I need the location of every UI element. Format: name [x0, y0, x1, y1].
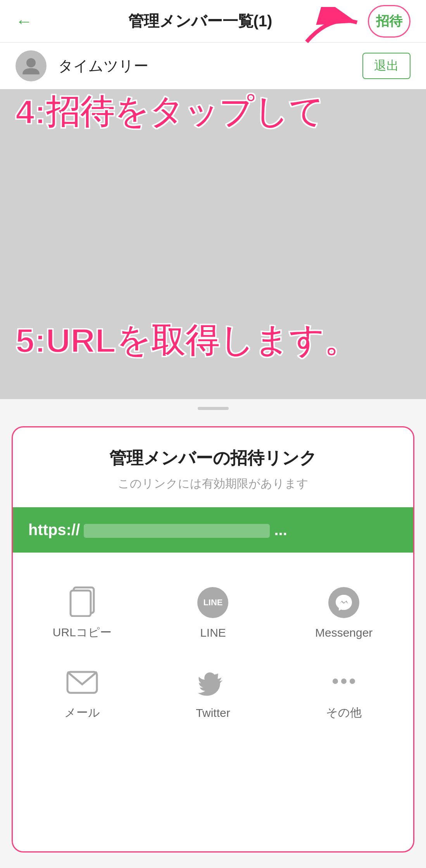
url-bar[interactable]: https:// ...: [13, 507, 413, 553]
line-label: LINE: [200, 626, 226, 639]
card-header: 管理メンバーの招待リンク このリンクには有効期限があります: [13, 427, 413, 496]
url-blurred: [84, 524, 270, 538]
member-name: タイムツリー: [58, 56, 351, 76]
twitter-label: Twitter: [196, 706, 230, 720]
share-item-line[interactable]: LINE LINE: [148, 572, 279, 652]
svg-point-1: [26, 58, 36, 67]
mail-icon: [65, 664, 100, 699]
member-row: タイムツリー 退出: [0, 43, 426, 89]
more-icon: [326, 664, 361, 699]
drag-handle: [198, 407, 229, 410]
leave-button[interactable]: 退出: [362, 53, 410, 79]
share-item-messenger[interactable]: Messenger: [278, 572, 409, 652]
avatar: [16, 50, 47, 81]
step4-annotation: 4:招待をタップして: [16, 89, 323, 135]
dot1: [333, 679, 338, 684]
dot2: [341, 679, 347, 684]
copy-icon: [65, 584, 100, 618]
share-item-url-copy[interactable]: URLコピー: [17, 572, 148, 652]
messenger-label: Messenger: [315, 626, 373, 639]
other-label: その他: [326, 705, 362, 721]
arrow-annotation: [299, 7, 369, 50]
back-button[interactable]: ←: [16, 12, 33, 31]
messenger-icon: [326, 585, 361, 620]
share-item-other[interactable]: その他: [278, 652, 409, 732]
url-text: https:// ...: [28, 521, 398, 539]
page-title: 管理メンバー一覧(1): [128, 10, 273, 32]
card-title: 管理メンバーの招待リンク: [28, 447, 398, 470]
card-subtitle: このリンクには有効期限があります: [28, 476, 398, 492]
share-item-mail[interactable]: メール: [17, 652, 148, 732]
url-copy-label: URLコピー: [53, 625, 112, 641]
share-item-twitter[interactable]: Twitter: [148, 652, 279, 732]
invite-card: 管理メンバーの招待リンク このリンクには有効期限があります https:// .…: [12, 426, 414, 852]
step5-annotation: 5:URLを取得します。: [16, 318, 358, 364]
svg-rect-3: [71, 591, 91, 616]
invite-button[interactable]: 招待: [368, 5, 410, 38]
mail-label: メール: [64, 705, 100, 721]
line-icon: LINE: [195, 585, 230, 620]
dot3: [350, 679, 355, 684]
twitter-icon: [195, 665, 230, 700]
share-grid: URLコピー LINE LINE Messenger: [13, 564, 413, 740]
